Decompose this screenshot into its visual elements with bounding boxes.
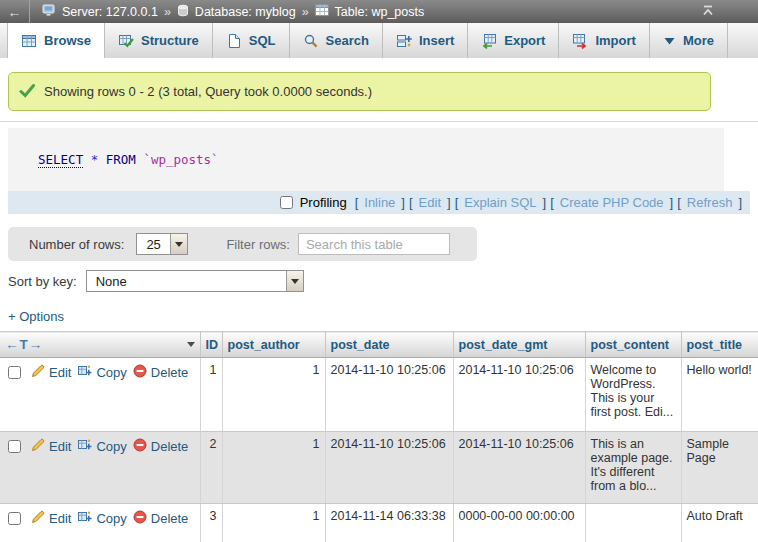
breadcrumb-server[interactable]: Server: 127.0.0.1 bbox=[62, 5, 158, 19]
tab-structure[interactable]: Structure bbox=[105, 23, 213, 58]
cell-post-date-gmt[interactable]: 2014-11-10 10:25:06 bbox=[453, 358, 585, 432]
sort-row: Sort by key: None bbox=[8, 270, 758, 292]
sql-page-icon bbox=[226, 33, 242, 49]
column-header-post-date-gmt[interactable]: post_date_gmt bbox=[453, 332, 585, 358]
copy-row-link[interactable]: Copy bbox=[77, 510, 126, 527]
copy-label: Copy bbox=[96, 511, 126, 526]
cell-post-title[interactable]: Hello world! bbox=[681, 358, 758, 432]
cell-post-author[interactable]: 1 bbox=[222, 358, 325, 432]
transpose-icon[interactable]: ←T→ bbox=[5, 337, 43, 352]
bracket: ] bbox=[401, 195, 405, 210]
search-icon bbox=[303, 33, 319, 49]
cell-id[interactable]: 3 bbox=[200, 504, 222, 542]
tab-label: SQL bbox=[249, 33, 276, 48]
delete-row-link[interactable]: Delete bbox=[133, 364, 189, 381]
tab-import[interactable]: Import bbox=[559, 23, 649, 58]
sql-keyword-from: FROM bbox=[106, 152, 136, 167]
tab-label: Structure bbox=[141, 33, 199, 48]
sql-keyword-select[interactable]: SELECT bbox=[38, 152, 83, 168]
cell-post-content[interactable]: Welcome to WordPress. This is your first… bbox=[585, 358, 681, 432]
edit-row-link[interactable]: Edit bbox=[31, 364, 71, 381]
insert-icon bbox=[396, 33, 412, 49]
number-of-rows-label: Number of rows: bbox=[29, 237, 124, 252]
sort-by-key-label: Sort by key: bbox=[8, 274, 77, 289]
inline-link[interactable]: Inline bbox=[364, 195, 395, 210]
cell-post-author[interactable]: 1 bbox=[222, 504, 325, 542]
column-header-post-author[interactable]: post_author bbox=[222, 332, 325, 358]
table-icon bbox=[315, 4, 329, 19]
bracket: [ bbox=[409, 195, 413, 210]
column-header-id[interactable]: ID bbox=[200, 332, 222, 358]
row-checkbox[interactable] bbox=[8, 512, 21, 525]
breadcrumb-table[interactable]: Table: wp_posts bbox=[335, 5, 425, 19]
status-message: Showing rows 0 - 2 (3 total, Query took … bbox=[8, 72, 711, 111]
column-header-post-date[interactable]: post_date bbox=[325, 332, 453, 358]
options-toggle[interactable]: + Options bbox=[8, 309, 758, 324]
profiling-label: Profiling bbox=[300, 195, 347, 210]
rows-per-page-value: 25 bbox=[137, 237, 169, 252]
pencil-icon bbox=[31, 364, 45, 381]
edit-row-link[interactable]: Edit bbox=[31, 438, 71, 455]
copy-icon bbox=[77, 510, 92, 527]
cell-post-date[interactable]: 2014-11-10 10:25:06 bbox=[325, 358, 453, 432]
cell-post-content[interactable] bbox=[585, 504, 681, 542]
copy-label: Copy bbox=[96, 439, 126, 454]
copy-icon bbox=[77, 438, 92, 455]
column-header-post-content[interactable]: post_content bbox=[585, 332, 681, 358]
tab-export[interactable]: Export bbox=[468, 23, 559, 58]
sql-query-box: SELECT * FROM `wp_posts` bbox=[8, 128, 724, 191]
chevron-down-icon bbox=[663, 36, 676, 46]
sql-query-text: SELECT * FROM `wp_posts` bbox=[38, 152, 219, 167]
bracket: [ bbox=[355, 195, 359, 210]
query-links-bar: Profiling [ Inline ] [ Edit ] [ Explain … bbox=[8, 191, 750, 214]
delete-icon bbox=[133, 510, 147, 527]
tab-sql[interactable]: SQL bbox=[213, 23, 290, 58]
delete-row-link[interactable]: Delete bbox=[133, 438, 189, 455]
row-checkbox[interactable] bbox=[8, 440, 21, 453]
breadcrumb-database[interactable]: Database: myblog bbox=[195, 5, 296, 19]
tab-insert[interactable]: Insert bbox=[383, 23, 468, 58]
cell-post-title[interactable]: Auto Draft bbox=[681, 504, 758, 542]
filter-search-input[interactable] bbox=[298, 233, 450, 255]
cell-id[interactable]: 1 bbox=[200, 358, 222, 432]
cell-post-date[interactable]: 2014-11-10 10:25:06 bbox=[325, 432, 453, 504]
cell-post-date-gmt[interactable]: 0000-00-00 00:00:00 bbox=[453, 504, 585, 542]
copy-row-link[interactable]: Copy bbox=[77, 364, 126, 381]
edit-row-link[interactable]: Edit bbox=[31, 510, 71, 527]
table-row: Edit Copy Delete 1 1 2014-11-10 10:25:06… bbox=[0, 358, 758, 432]
cell-id[interactable]: 2 bbox=[200, 432, 222, 504]
tab-browse[interactable]: Browse bbox=[7, 23, 105, 58]
collapse-icon[interactable] bbox=[700, 4, 716, 21]
back-button[interactable]: ← bbox=[0, 0, 30, 23]
edit-query-link[interactable]: Edit bbox=[419, 195, 441, 210]
breadcrumb-separator: » bbox=[164, 5, 171, 19]
bracket: ] bbox=[738, 195, 742, 210]
actions-column-header[interactable]: ←T→ bbox=[0, 332, 200, 358]
rows-per-page-select[interactable]: 25 bbox=[136, 233, 188, 255]
table-row: Edit Copy Delete 3 1 2014-11-14 06:33:38… bbox=[0, 504, 758, 542]
cell-post-author[interactable]: 1 bbox=[222, 432, 325, 504]
tab-search[interactable]: Search bbox=[290, 23, 383, 58]
cell-post-content[interactable]: This is an example page. It's different … bbox=[585, 432, 681, 504]
column-options-icon[interactable] bbox=[187, 342, 195, 347]
bracket: ] bbox=[543, 195, 547, 210]
create-php-code-link[interactable]: Create PHP Code bbox=[560, 195, 664, 210]
cell-post-title[interactable]: Sample Page bbox=[681, 432, 758, 504]
tab-more[interactable]: More bbox=[650, 23, 728, 58]
explain-sql-link[interactable]: Explain SQL bbox=[464, 195, 536, 210]
tab-bar: Browse Structure SQL Search Insert Expor… bbox=[0, 23, 758, 58]
sort-key-select[interactable]: None bbox=[86, 270, 304, 292]
profiling-checkbox[interactable] bbox=[280, 196, 293, 209]
section-divider bbox=[0, 121, 758, 122]
breadcrumb: Server: 127.0.0.1 » Database: myblog » T… bbox=[42, 4, 424, 20]
column-header-post-title[interactable]: post_title bbox=[681, 332, 758, 358]
cell-post-date[interactable]: 2014-11-14 06:33:38 bbox=[325, 504, 453, 542]
cell-post-date-gmt[interactable]: 2014-11-10 10:25:06 bbox=[453, 432, 585, 504]
copy-row-link[interactable]: Copy bbox=[77, 438, 126, 455]
delete-row-link[interactable]: Delete bbox=[133, 510, 189, 527]
row-checkbox[interactable] bbox=[8, 366, 21, 379]
sql-star: * bbox=[91, 152, 99, 167]
edit-label: Edit bbox=[49, 511, 71, 526]
row-actions: Edit Copy Delete bbox=[0, 358, 200, 432]
refresh-link[interactable]: Refresh bbox=[687, 195, 733, 210]
